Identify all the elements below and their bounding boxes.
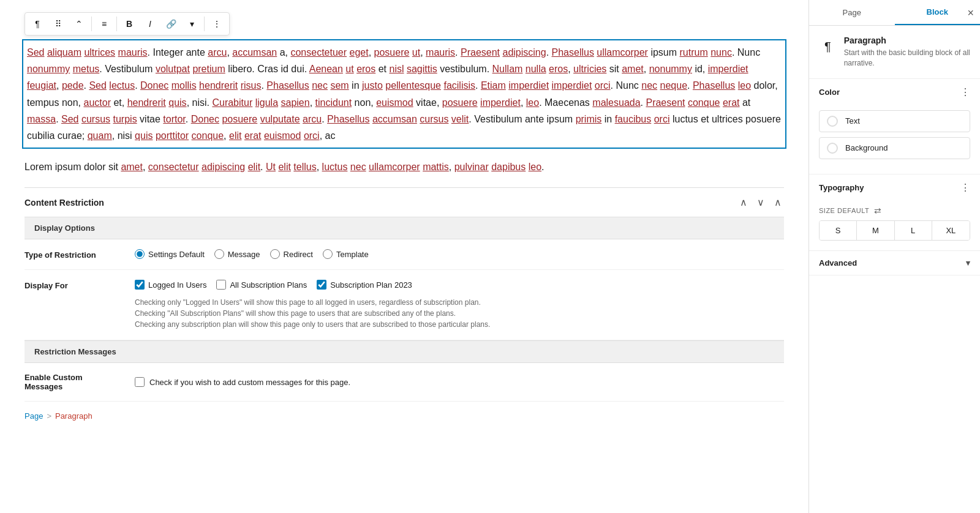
link-faucibus[interactable]: faucibus — [615, 114, 652, 124]
link-mauris2[interactable]: mauris — [426, 47, 455, 58]
link-sem[interactable]: sem — [330, 80, 349, 91]
link-nullam[interactable]: Nullam — [492, 64, 523, 74]
link-auctor[interactable]: auctor — [84, 97, 111, 108]
link-cursus[interactable]: cursus — [420, 114, 448, 124]
drag-button[interactable]: ⠿ — [48, 14, 68, 34]
link-curabitur[interactable]: Curabitur — [212, 97, 252, 108]
link-sed3[interactable]: Sed — [61, 114, 78, 124]
checkbox-logged-in-input[interactable] — [135, 280, 145, 290]
link-neque[interactable]: neque — [660, 80, 688, 91]
link-vulputate[interactable]: vulputate — [260, 114, 300, 124]
link-quis2[interactable]: quis — [135, 130, 153, 141]
radio-settings-default-input[interactable] — [135, 249, 145, 259]
link-pulvinar[interactable]: pulvinar — [454, 162, 489, 172]
link-ullamcorper[interactable]: ullamcorper — [369, 162, 420, 172]
link-eros2[interactable]: eros — [549, 64, 568, 74]
bold-button[interactable]: B — [119, 14, 139, 34]
link-aliquam[interactable]: aliquam — [47, 47, 81, 58]
dropdown-button[interactable]: ▾ — [182, 14, 202, 34]
italic-button[interactable]: I — [140, 14, 160, 34]
link-phasellus3[interactable]: Phasellus — [693, 80, 735, 91]
link-turpis[interactable]: turpis — [113, 114, 137, 124]
link-hendrerit2[interactable]: hendrerit — [127, 97, 166, 108]
link-arcu[interactable]: arcu — [303, 114, 322, 124]
checkbox-plan-2023[interactable]: Subscription Plan 2023 — [317, 280, 412, 290]
size-xl-button[interactable]: XL — [932, 221, 970, 240]
link-leo[interactable]: leo — [738, 80, 751, 91]
link-button[interactable]: 🔗 — [161, 14, 181, 34]
link-ut2[interactable]: ut — [345, 64, 353, 74]
link-nec[interactable]: nec — [312, 80, 328, 91]
link-erat2[interactable]: erat — [244, 130, 262, 141]
link-euismod2[interactable]: euismod — [264, 130, 301, 141]
radio-template[interactable]: Template — [323, 249, 369, 259]
advanced-header-row[interactable]: Advanced ▾ — [819, 258, 970, 268]
link-phasellus4[interactable]: Phasellus — [327, 114, 369, 124]
color-background-option[interactable]: Background — [819, 137, 970, 159]
link-pede[interactable]: pede — [62, 80, 84, 91]
link-donec[interactable]: Donec — [140, 80, 168, 91]
link-primis[interactable]: primis — [576, 114, 602, 124]
breadcrumb-page[interactable]: Page — [24, 411, 43, 421]
link-orci2[interactable]: orci — [654, 114, 670, 124]
link-tellus[interactable]: tellus — [293, 162, 316, 172]
link-mollis[interactable]: mollis — [172, 80, 197, 91]
link-quis[interactable]: quis — [168, 97, 186, 108]
link-ultrices[interactable]: ultrices — [84, 47, 115, 58]
link-imperdiet4[interactable]: imperdiet — [480, 97, 521, 108]
link-posuere3[interactable]: posuere — [222, 114, 257, 124]
restriction-collapse-down[interactable]: ∨ — [755, 195, 767, 209]
link-tincidunt[interactable]: tincidunt — [315, 97, 352, 108]
link-imperdiet3[interactable]: imperdiet — [552, 80, 592, 91]
link-rutrum[interactable]: rutrum — [680, 47, 708, 58]
link-praesent[interactable]: Praesent — [461, 47, 500, 58]
typography-more-button[interactable]: ⋮ — [960, 182, 970, 193]
align-button[interactable]: ≡ — [94, 14, 114, 34]
link-conque2[interactable]: conque — [192, 130, 224, 141]
link-erat[interactable]: erat — [723, 97, 740, 108]
checkbox-all-plans[interactable]: All Subscription Plans — [216, 280, 307, 290]
color-text-option[interactable]: Text — [819, 110, 970, 132]
link-accumsan[interactable]: accumsan — [232, 47, 277, 58]
link-accumsan[interactable]: accumsan — [372, 114, 417, 124]
more-options-button[interactable]: ⋮ — [207, 14, 227, 34]
link-lectus[interactable]: lectus — [109, 80, 135, 91]
size-control-icon[interactable]: ⇄ — [874, 206, 882, 215]
link-luctus[interactable]: luctus — [322, 162, 348, 172]
radio-redirect[interactable]: Redirect — [270, 249, 313, 259]
link-sed2[interactable]: Sed — [89, 80, 106, 91]
link-eget[interactable]: eget — [350, 47, 369, 58]
link-elit[interactable]: elit — [248, 162, 260, 172]
link-facilisis[interactable]: facilisis — [443, 80, 475, 91]
link-amet2[interactable]: amet — [121, 162, 143, 172]
link-dapibus[interactable]: dapibus — [491, 162, 526, 172]
link-porttitor[interactable]: porttitor — [156, 130, 189, 141]
radio-settings-default[interactable]: Settings Default — [135, 249, 205, 259]
editor-paragraph-2[interactable]: Lorem ipsum dolor sit amet, consectetur … — [24, 159, 784, 175]
link-sed[interactable]: Sed — [27, 47, 44, 58]
sidebar-close-button[interactable]: × — [967, 7, 974, 18]
size-m-button[interactable]: M — [857, 221, 894, 240]
link-justo[interactable]: justo — [362, 80, 383, 91]
link-malesuada[interactable]: malesuada — [592, 97, 640, 108]
link-nonummy[interactable]: nonummy — [27, 64, 70, 74]
link-mauris[interactable]: mauris — [118, 47, 148, 58]
custom-messages-checkbox[interactable] — [135, 377, 145, 387]
link-hendrerit[interactable]: hendrerit — [199, 80, 238, 91]
checkbox-logged-in[interactable]: Logged In Users — [135, 280, 206, 290]
link-elit2[interactable]: elit — [278, 162, 290, 172]
link-nonummy2[interactable]: nonummy — [649, 64, 692, 74]
link-imperdiet[interactable]: imperdiet — [708, 64, 748, 74]
link-nulla[interactable]: nulla — [526, 64, 546, 74]
link-posuere[interactable]: posuere — [374, 47, 410, 58]
restriction-collapse-up[interactable]: ∧ — [737, 195, 750, 209]
checkbox-all-plans-input[interactable] — [216, 280, 226, 290]
link-imperdiet2[interactable]: imperdiet — [508, 80, 549, 91]
link-eros[interactable]: eros — [356, 64, 375, 74]
radio-message[interactable]: Message — [214, 249, 260, 259]
link-orci3[interactable]: orci — [304, 130, 320, 141]
link-adipiscing[interactable]: adipiscing — [202, 162, 245, 172]
editor-paragraph-1[interactable]: Sed aliquam ultrices mauris. Integer ant… — [24, 42, 784, 146]
link-mattis[interactable]: mattis — [423, 162, 449, 172]
link-ut[interactable]: ut — [412, 47, 420, 58]
